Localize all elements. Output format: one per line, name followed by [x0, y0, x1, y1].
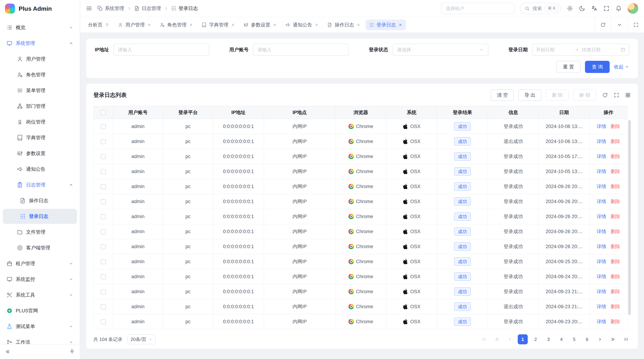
detail-link[interactable]: 详情: [596, 123, 606, 130]
last-page-button[interactable]: [621, 334, 631, 344]
ip-input[interactable]: 请输入: [114, 44, 209, 56]
page-button[interactable]: 2: [530, 334, 540, 344]
pin-sidebar-icon[interactable]: [70, 349, 75, 354]
close-icon[interactable]: [315, 23, 318, 27]
sidebar-item[interactable]: 工作流: [3, 335, 77, 344]
sidebar-item[interactable]: 客户端管理: [3, 240, 77, 255]
jump-back-button[interactable]: [492, 334, 502, 344]
row-checkbox[interactable]: [101, 304, 106, 309]
row-checkbox[interactable]: [101, 214, 106, 219]
export-button[interactable]: 导 出: [518, 89, 542, 101]
tab[interactable]: 分析页: [84, 19, 113, 30]
clear-button[interactable]: 清 空: [491, 89, 514, 101]
sidebar-item[interactable]: 租户管理: [3, 256, 77, 271]
row-checkbox[interactable]: [101, 184, 106, 189]
select-all-checkbox[interactable]: [101, 110, 106, 115]
delete-link[interactable]: 删除: [610, 319, 620, 325]
sidebar-item[interactable]: 系统工具: [3, 288, 77, 303]
column-settings-icon[interactable]: [625, 92, 631, 98]
detail-link[interactable]: 详情: [596, 168, 606, 175]
sidebar-item[interactable]: 菜单管理: [3, 83, 77, 98]
breadcrumb-item[interactable]: 登录日志: [171, 5, 198, 12]
close-icon[interactable]: [398, 23, 402, 27]
detail-link[interactable]: 详情: [596, 273, 606, 280]
page-button[interactable]: 5: [569, 334, 579, 344]
sidebar-item[interactable]: 日志管理: [3, 177, 77, 192]
hamburger-icon[interactable]: [86, 5, 92, 12]
close-icon[interactable]: [231, 23, 235, 27]
row-checkbox[interactable]: [101, 199, 106, 204]
page-size-select[interactable]: 20条/页: [127, 334, 156, 344]
search-button[interactable]: 搜索 ⌘ K: [520, 3, 561, 14]
delete-link[interactable]: 删除: [610, 198, 620, 205]
table-scrollbar[interactable]: [628, 120, 631, 315]
detail-link[interactable]: 详情: [596, 303, 606, 310]
delete-link[interactable]: 删除: [610, 288, 620, 295]
detail-link[interactable]: 详情: [596, 153, 606, 160]
translate-icon[interactable]: [591, 5, 598, 12]
tab[interactable]: 操作日志: [324, 19, 364, 30]
sidebar-item[interactable]: 角色管理: [3, 67, 77, 82]
breadcrumb-item[interactable]: 日志管理: [134, 5, 168, 12]
row-checkbox[interactable]: [101, 274, 106, 279]
detail-link[interactable]: 详情: [596, 198, 606, 205]
first-page-button[interactable]: [479, 334, 489, 344]
search-submit-button[interactable]: 查 询: [585, 61, 610, 73]
sidebar-item[interactable]: 操作日志: [3, 193, 77, 208]
detail-link[interactable]: 详情: [596, 228, 606, 235]
refresh-icon[interactable]: [602, 92, 608, 98]
sidebar-item[interactable]: 概览: [3, 20, 77, 35]
reset-button[interactable]: 重 置: [556, 61, 581, 73]
detail-link[interactable]: 详情: [596, 258, 606, 265]
sidebar-item[interactable]: 系统监控: [3, 272, 77, 287]
prev-page-button[interactable]: [505, 334, 515, 344]
content-fullscreen-button[interactable]: [628, 17, 644, 32]
sidebar-item[interactable]: 参数设置: [3, 146, 77, 161]
detail-link[interactable]: 详情: [596, 319, 606, 325]
page-button[interactable]: 6: [582, 334, 592, 344]
breadcrumb-item[interactable]: 系统管理: [97, 5, 131, 12]
sidebar-item[interactable]: PLUS官网: [3, 303, 77, 318]
delete-button[interactable]: 删 除: [546, 89, 569, 101]
tab[interactable]: 用户管理: [114, 19, 155, 30]
close-icon[interactable]: [147, 23, 151, 27]
delete-link[interactable]: 删除: [610, 213, 620, 220]
tenant-select[interactable]: 选择租户: [441, 3, 514, 14]
tab[interactable]: 通知公告: [282, 19, 322, 30]
sidebar-item[interactable]: 文件管理: [3, 225, 77, 240]
tab[interactable]: 字典管理: [198, 19, 238, 30]
detail-link[interactable]: 详情: [596, 138, 606, 145]
sidebar-item[interactable]: 部门管理: [3, 99, 77, 114]
fullscreen-icon[interactable]: [603, 5, 610, 12]
sidebar-item[interactable]: 用户管理: [3, 51, 77, 66]
delete-link[interactable]: 删除: [610, 123, 620, 130]
sidebar-item[interactable]: 通知公告: [3, 162, 77, 177]
sidebar-item[interactable]: 系统管理: [3, 36, 77, 51]
delete-link[interactable]: 删除: [610, 138, 620, 145]
page-button[interactable]: 4: [556, 334, 566, 344]
close-icon[interactable]: [189, 23, 193, 27]
delete-link[interactable]: 删除: [610, 153, 620, 160]
row-checkbox[interactable]: [101, 244, 106, 249]
page-button[interactable]: 3: [544, 334, 554, 344]
delete-link[interactable]: 删除: [610, 228, 620, 235]
tab[interactable]: 登录日志: [366, 19, 406, 30]
login-status-select[interactable]: 请选择: [392, 44, 488, 56]
row-checkbox[interactable]: [101, 169, 106, 174]
sidebar-item[interactable]: 测试菜单: [3, 319, 77, 334]
detail-link[interactable]: 详情: [596, 288, 606, 295]
page-button[interactable]: 1: [518, 334, 528, 344]
detail-link[interactable]: 详情: [596, 243, 606, 250]
sidebar-item[interactable]: 岗位管理: [3, 114, 77, 129]
row-checkbox[interactable]: [101, 319, 106, 324]
tab[interactable]: 角色管理: [156, 19, 196, 30]
row-checkbox[interactable]: [101, 124, 106, 129]
row-checkbox[interactable]: [101, 289, 106, 294]
next-page-button[interactable]: [595, 334, 605, 344]
sidebar-item[interactable]: 字典管理: [3, 130, 77, 145]
gear-icon[interactable]: [567, 5, 573, 12]
detail-link[interactable]: 详情: [596, 183, 606, 190]
login-date-range[interactable]: 开始日期 结束日期: [532, 44, 629, 56]
moon-icon[interactable]: [579, 5, 585, 12]
account-input[interactable]: 请输入: [253, 44, 349, 56]
